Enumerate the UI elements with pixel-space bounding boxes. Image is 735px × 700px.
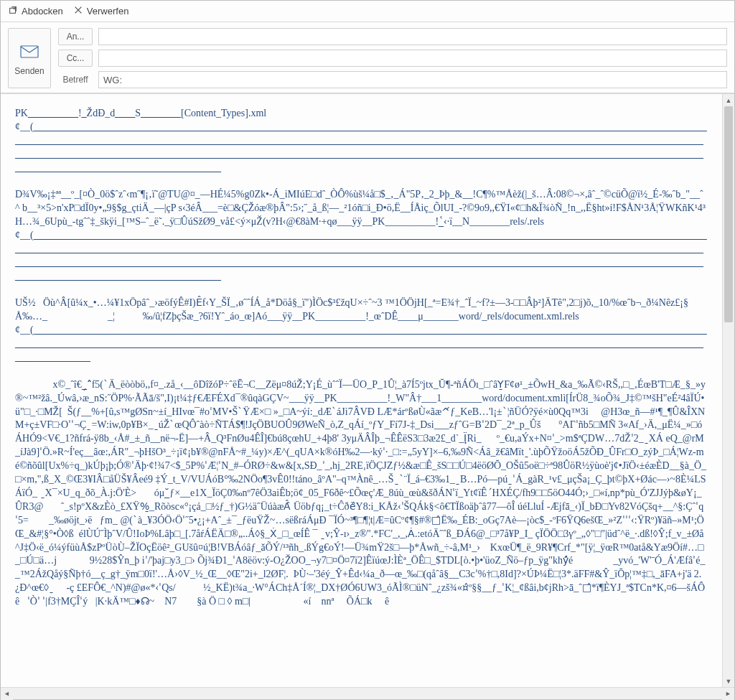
undock-button[interactable]: Abdocken [8,5,63,17]
cc-label: Cc... [67,53,85,63]
hscroll-track[interactable] [13,688,722,699]
to-input[interactable] [98,28,727,45]
message-body[interactable]: PK__________!_ŽdĐ_d____S________[Content… [1,94,722,687]
titlebar: Abdocken Verwerfen [1,1,734,22]
svg-rect-0 [10,8,16,13]
scroll-down-arrow-icon[interactable]: ▼ [723,675,735,687]
horizontal-scrollbar[interactable]: ◄ ► [1,687,734,699]
scroll-up-arrow-icon[interactable]: ▲ [723,94,735,106]
vertical-scrollbar[interactable]: ▲ ▼ [722,94,734,687]
cc-input[interactable] [98,50,727,67]
undock-icon [8,5,18,17]
svg-rect-4 [21,46,38,57]
vscroll-thumb[interactable] [724,106,733,322]
body-text: PK__________!_ŽdĐ_d____S________[Content… [15,108,707,607]
send-label: Senden [14,66,44,76]
compose-header: Senden An... Cc... Betreff [1,22,734,93]
scroll-left-arrow-icon[interactable]: ◄ [1,688,13,700]
close-icon [73,5,83,17]
cc-button[interactable]: Cc... [58,50,93,67]
subject-label: Betreff [58,75,93,85]
undock-label: Abdocken [22,6,63,17]
to-label: An... [67,32,85,42]
vscroll-track[interactable] [723,106,734,675]
envelope-icon [20,41,39,66]
scroll-right-arrow-icon[interactable]: ► [722,688,734,700]
discard-label: Verwerfen [87,6,129,17]
discard-button[interactable]: Verwerfen [73,5,129,17]
send-button[interactable]: Senden [8,28,51,88]
subject-input[interactable] [98,71,727,88]
to-button[interactable]: An... [58,28,93,45]
